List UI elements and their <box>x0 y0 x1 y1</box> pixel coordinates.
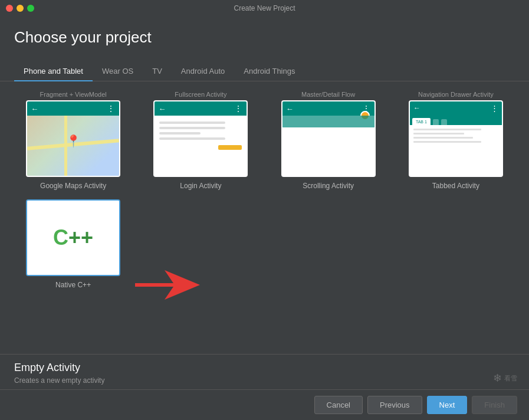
minimize-button[interactable] <box>17 5 24 12</box>
tab-wear-os[interactable]: Wear OS <box>93 62 143 81</box>
login-btn-thumb <box>218 145 242 150</box>
login-line-4 <box>159 137 225 140</box>
map-pin-icon: 📍 <box>66 134 81 148</box>
svg-marker-0 <box>135 270 200 300</box>
activity-label-tabbed: Tabbed Activity <box>432 182 479 190</box>
close-button[interactable] <box>6 5 13 12</box>
dialog-title: Choose your project <box>14 28 515 47</box>
partial-label-2: Master/Detail Flow <box>270 91 387 98</box>
selected-activity-desc: Creates a new empty activity <box>14 376 515 385</box>
activity-item-scrolling[interactable]: ← ⋮ Scrolling Activity <box>270 100 387 190</box>
partial-label-1: Fullscreen Activity <box>142 91 259 98</box>
activity-thumb-native-cpp: C++ <box>26 199 120 276</box>
activity-label-native-cpp: Native C++ <box>55 281 91 289</box>
activity-thumb-google-maps: ← ⋮ 📍 <box>26 100 120 177</box>
native-cpp-thumb: C++ <box>27 201 119 275</box>
window-controls <box>6 5 34 12</box>
window-title: Create New Project <box>234 4 295 12</box>
login-line-3 <box>159 132 201 134</box>
activity-grid-row1: ← ⋮ 📍 Google Maps Activity <box>14 100 515 190</box>
tab-bar: Phone and Tablet Wear OS TV Android Auto… <box>0 62 529 81</box>
tabbed-line-1 <box>413 129 481 130</box>
finish-button[interactable]: Finish <box>472 396 517 414</box>
cancel-button[interactable]: Cancel <box>314 396 363 414</box>
dialog-header: Choose your project <box>0 17 529 62</box>
map-background: 📍 <box>27 116 119 176</box>
watermark: ❄ 看雪 <box>493 372 517 385</box>
maps-content: 📍 <box>27 116 119 176</box>
red-arrow <box>129 270 200 302</box>
activity-thumb-scrolling: ← ⋮ <box>281 100 376 177</box>
tabbed-tab-inactive-1 <box>433 119 439 125</box>
activity-grid-row2: C++ Native C++ <box>14 199 515 289</box>
activity-label-scrolling: Scrolling Activity <box>303 182 354 190</box>
thumb-topbar-maps: ← ⋮ <box>27 101 119 116</box>
scrolling-subtitle-bar <box>282 116 374 127</box>
tabbed-tab-active: TAB 1 <box>412 118 431 125</box>
activity-label-google-maps: Google Maps Activity <box>40 182 106 190</box>
activity-label-login: Login Activity <box>180 182 221 190</box>
tabbed-top-row: ← ⋮ <box>410 101 502 114</box>
activity-grid-row2-container: C++ Native C++ <box>14 199 515 289</box>
login-line-2 <box>159 127 225 129</box>
back-arrow-icon: ← <box>31 104 38 113</box>
thumb-topbar-login: ← ⋮ <box>155 101 247 116</box>
tab-tv[interactable]: TV <box>143 62 172 81</box>
tabbed-body <box>410 125 502 146</box>
menu-dots-icon: ⋮ <box>234 104 243 113</box>
tabbed-line-4 <box>413 141 481 143</box>
footer: Cancel Previous Next Finish <box>0 389 529 420</box>
back-arrow-icon: ← <box>286 104 294 113</box>
tab-phone-tablet[interactable]: Phone and Tablet <box>14 62 93 81</box>
login-content <box>155 116 247 176</box>
content-area[interactable]: Fragment + ViewModel Fullscreen Activity… <box>0 81 529 354</box>
watermark-icon: ❄ <box>493 372 502 385</box>
scrolling-content <box>282 127 374 176</box>
activity-thumb-login: ← ⋮ <box>153 100 248 177</box>
activity-item-tabbed[interactable]: ← ⋮ TAB 1 Tabbed Activity <box>397 100 515 190</box>
menu-dots-icon: ⋮ <box>107 104 116 113</box>
tabbed-tab-inactive-2 <box>441 119 447 125</box>
title-bar: Create New Project <box>0 0 529 17</box>
selected-activity-title: Empty Activity <box>14 362 515 374</box>
partial-label-3: Navigation Drawer Activity <box>397 91 515 98</box>
tabbed-tab-row: TAB 1 <box>410 114 502 125</box>
native-cpp-content: C++ <box>27 201 119 275</box>
dialog: Choose your project Phone and Tablet Wea… <box>0 17 529 420</box>
cpp-logo: C++ <box>53 225 93 250</box>
maximize-button[interactable] <box>27 5 34 12</box>
tabbed-line-3 <box>413 137 473 139</box>
activity-item-google-maps[interactable]: ← ⋮ 📍 Google Maps Activity <box>14 100 132 190</box>
thumb-topbar-scrolling: ← ⋮ <box>282 101 374 116</box>
activity-item-native-cpp[interactable]: C++ Native C++ <box>14 199 132 289</box>
tab-android-auto[interactable]: Android Auto <box>172 62 234 81</box>
tabbed-line-2 <box>413 133 464 134</box>
partial-row: Fragment + ViewModel Fullscreen Activity… <box>14 91 515 98</box>
bottom-info: Empty Activity Creates a new empty activ… <box>0 354 529 389</box>
login-line-1 <box>159 122 225 124</box>
back-arrow-icon: ← <box>158 104 166 113</box>
activity-thumb-tabbed: ← ⋮ TAB 1 <box>409 100 503 177</box>
watermark-text: 看雪 <box>504 374 517 383</box>
tab-android-things[interactable]: Android Things <box>234 62 304 81</box>
activity-item-login[interactable]: ← ⋮ Login Activity <box>142 100 259 190</box>
next-button[interactable]: Next <box>427 396 468 414</box>
partial-label-0: Fragment + ViewModel <box>14 91 132 98</box>
previous-button[interactable]: Previous <box>367 396 422 414</box>
